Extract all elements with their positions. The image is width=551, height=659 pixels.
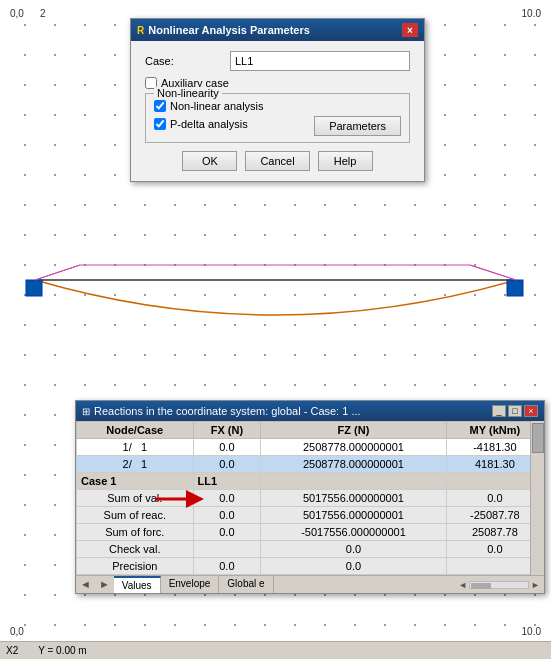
cell-fz-2: 2508778.000000001	[261, 456, 447, 473]
dialog-nonlinear: R Nonlinear Analysis Parameters × Case: …	[130, 18, 425, 182]
dialog-buttons: OK Cancel Help	[145, 151, 410, 171]
col-header-fx: FX (N)	[193, 422, 261, 439]
titlebar-left: R Nonlinear Analysis Parameters	[137, 24, 310, 36]
sum-val-my: 0.0	[446, 490, 543, 507]
table-body-wrapper: Node/Case FX (N) FZ (N) MY (kNm) 1/ 1 0.…	[76, 421, 544, 575]
check-val-label: Check val.	[77, 541, 194, 558]
horizontal-scrollbar-thumb	[471, 583, 491, 589]
axis-label-bottom-left: 0,0	[10, 626, 24, 637]
sum-forc-fz: -5017556.000000001	[261, 524, 447, 541]
nonlinear-analysis-checkbox[interactable]	[154, 100, 166, 112]
dialog-title: Nonlinear Analysis Parameters	[148, 24, 310, 36]
cell-fz-1: 2508778.000000001	[261, 439, 447, 456]
horizontal-scroll-left[interactable]: ◄	[458, 580, 467, 590]
case-input[interactable]	[230, 51, 410, 71]
sum-val-row: Sum of val. 0.0 5017556.000000001 0.0	[77, 490, 544, 507]
sum-reac-row: Sum of reac. 0.0 5017556.000000001 -2508…	[77, 507, 544, 524]
nonlinear-analysis-row: Non-linear analysis	[154, 100, 401, 112]
pdelta-label: P-delta analysis	[170, 118, 248, 130]
cell-my-2: 4181.30	[446, 456, 543, 473]
cell-fx-2: 0.0	[193, 456, 261, 473]
case-empty-2	[446, 473, 543, 490]
sum-forc-fx: 0.0	[193, 524, 261, 541]
horizontal-scrollbar[interactable]	[469, 581, 529, 589]
table-row[interactable]: 2/ 1 0.0 2508778.000000001 4181.30	[77, 456, 544, 473]
sum-forc-row: Sum of forc. 0.0 -5017556.000000001 2508…	[77, 524, 544, 541]
sum-forc-my: 25087.78	[446, 524, 543, 541]
check-val-fx	[193, 541, 261, 558]
case-name: LL1	[193, 473, 261, 490]
cell-my-1: -4181.30	[446, 439, 543, 456]
cell-fx-1: 0.0	[193, 439, 261, 456]
table-minimize-button[interactable]: _	[492, 405, 506, 417]
nonlinearity-section: Non-linearity Non-linear analysis P-delt…	[145, 93, 410, 143]
tab-global-e[interactable]: Global e	[219, 576, 273, 593]
tab-scroll-area: ◄ ►	[274, 576, 544, 593]
table-maximize-button[interactable]: □	[508, 405, 522, 417]
nonlinearity-legend: Non-linearity	[154, 87, 222, 99]
table-scrollbar[interactable]	[530, 421, 544, 575]
tab-right-arrow[interactable]: ►	[95, 576, 114, 593]
red-arrow-indicator	[155, 489, 210, 509]
table-dialog: ⊞ Reactions in the coordinate system: gl…	[75, 400, 545, 594]
pdelta-row: P-delta analysis Parameters	[154, 116, 401, 136]
precision-fz: 0.0	[261, 558, 447, 575]
table-scroll-area[interactable]: Node/Case FX (N) FZ (N) MY (kNm) 1/ 1 0.…	[76, 421, 544, 575]
precision-row: Precision 0.0 0.0	[77, 558, 544, 575]
axis-label-top-mid: 2	[40, 8, 46, 19]
beam-visualization	[0, 220, 551, 370]
table-close-button[interactable]: ×	[524, 405, 538, 417]
ok-button[interactable]: OK	[182, 151, 237, 171]
reactions-table: Node/Case FX (N) FZ (N) MY (kNm) 1/ 1 0.…	[76, 421, 544, 575]
check-val-fz: 0.0	[261, 541, 447, 558]
axis-label-bottom-right: 10.0	[522, 626, 541, 637]
axis-label-top-right: 10.0	[522, 8, 541, 19]
dialog-nonlinear-close-button[interactable]: ×	[402, 23, 418, 37]
horizontal-scroll-right[interactable]: ►	[531, 580, 540, 590]
sum-reac-fx: 0.0	[193, 507, 261, 524]
help-button[interactable]: Help	[318, 151, 373, 171]
sum-forc-label: Sum of forc.	[77, 524, 194, 541]
cell-node-2: 2/ 1	[77, 456, 194, 473]
case-id: Case 1	[77, 473, 194, 490]
tab-left-arrow[interactable]: ◄	[76, 576, 95, 593]
axis-label-top-left: 0,0	[10, 8, 24, 19]
table-titlebar-left: ⊞ Reactions in the coordinate system: gl…	[82, 405, 361, 417]
col-header-my: MY (kNm)	[446, 422, 543, 439]
case-row: Case 1 LL1	[77, 473, 544, 490]
nonlinear-analysis-label: Non-linear analysis	[170, 100, 264, 112]
case-row: Case:	[145, 51, 410, 71]
precision-fx: 0.0	[193, 558, 261, 575]
precision-my	[446, 558, 543, 575]
table-header-row: Node/Case FX (N) FZ (N) MY (kNm)	[77, 422, 544, 439]
sum-reac-label: Sum of reac.	[77, 507, 194, 524]
check-val-my: 0.0	[446, 541, 543, 558]
table-titlebar: ⊞ Reactions in the coordinate system: gl…	[76, 401, 544, 421]
svg-rect-2	[507, 280, 523, 296]
tab-envelope[interactable]: Envelope	[161, 576, 220, 593]
table-row[interactable]: 1/ 1 0.0 2508778.000000001 -4181.30	[77, 439, 544, 456]
col-header-fz: FZ (N)	[261, 422, 447, 439]
cell-node-1: 1/ 1	[77, 439, 194, 456]
case-label: Case:	[145, 55, 230, 67]
svg-rect-1	[26, 280, 42, 296]
dialog-nonlinear-titlebar: R Nonlinear Analysis Parameters ×	[131, 19, 424, 41]
status-x2: X2	[6, 645, 18, 656]
cancel-button[interactable]: Cancel	[245, 151, 309, 171]
precision-label: Precision	[77, 558, 194, 575]
scrollbar-thumb[interactable]	[532, 423, 544, 453]
check-val-row: Check val. 0.0 0.0	[77, 541, 544, 558]
sum-val-fz: 5017556.000000001	[261, 490, 447, 507]
status-y: Y = 0.00 m	[38, 645, 86, 656]
table-titlebar-buttons: _ □ ×	[492, 405, 538, 417]
parameters-button[interactable]: Parameters	[314, 116, 401, 136]
col-header-node: Node/Case	[77, 422, 194, 439]
table-title: Reactions in the coordinate system: glob…	[94, 405, 361, 417]
pdelta-checkbox[interactable]	[154, 118, 166, 130]
sum-reac-my: -25087.78	[446, 507, 543, 524]
pdelta-checkbox-row: P-delta analysis	[154, 118, 248, 130]
table-tabs: ◄ ► Values Envelope Global e ◄ ►	[76, 575, 544, 593]
tab-values[interactable]: Values	[114, 576, 161, 593]
table-icon: ⊞	[82, 406, 90, 417]
dialog-nonlinear-body: Case: Auxiliary case Non-linearity Non-l…	[131, 41, 424, 181]
